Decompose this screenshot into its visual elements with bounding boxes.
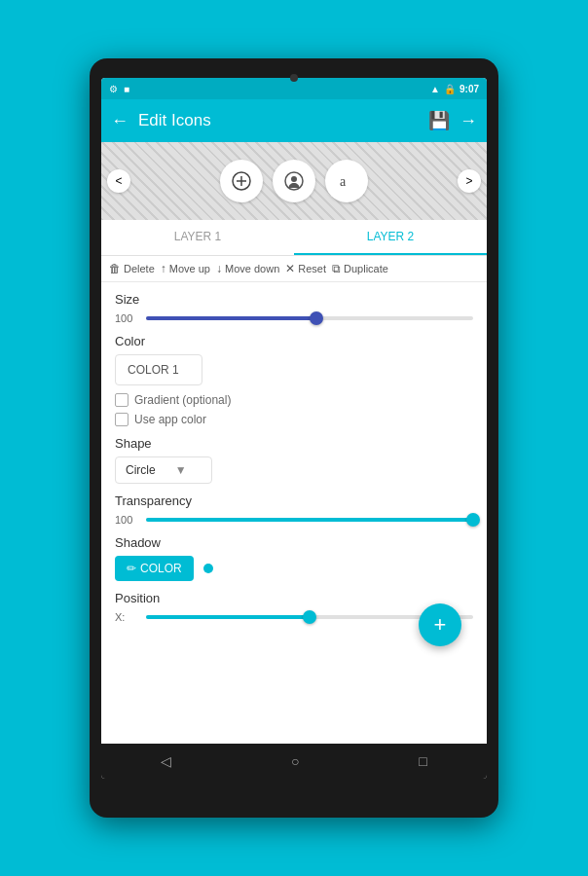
transparency-slider[interactable] (146, 518, 473, 522)
position-x-label: X: (115, 611, 138, 623)
size-slider-fill (146, 316, 316, 320)
screen: ⚙ ■ ▲ 🔒 9:07 ← Edit Icons 💾 → < (101, 78, 487, 779)
color1-button[interactable]: COLOR 1 (115, 354, 202, 385)
move-down-button[interactable]: ↓ Move down (216, 262, 279, 275)
svg-text:a: a (340, 174, 347, 189)
page-title: Edit Icons (138, 111, 419, 130)
move-down-icon: ↓ (216, 262, 222, 275)
gradient-checkbox[interactable] (115, 393, 129, 407)
position-x-slider-thumb[interactable] (303, 610, 316, 624)
lock-icon: 🔒 (444, 84, 456, 94)
reset-icon: ✕ (285, 262, 295, 275)
wifi-icon: ▲ (430, 84, 440, 94)
edit-toolbar: 🗑 Delete ↑ Move up ↓ Move down ✕ Reset ⧉… (101, 256, 487, 282)
transparency-label: Transparency (115, 493, 473, 508)
size-value: 100 (115, 312, 138, 324)
back-button[interactable]: ← (111, 111, 129, 131)
tablet: ⚙ ■ ▲ 🔒 9:07 ← Edit Icons 💾 → < (90, 58, 498, 818)
time: 9:07 (459, 84, 479, 94)
shape-select[interactable]: Circle ▼ (115, 456, 212, 484)
reset-button[interactable]: ✕ Reset (285, 262, 326, 275)
position-x-slider-fill (146, 615, 310, 619)
size-label: Size (115, 292, 473, 307)
back-nav-button[interactable]: ◁ (161, 753, 171, 769)
plus-icon: + (434, 612, 447, 638)
save-button[interactable]: 💾 (428, 110, 450, 131)
settings-icon: ⚙ (109, 84, 118, 94)
home-nav-button[interactable]: ○ (291, 753, 299, 769)
shape-select-row: Circle ▼ (115, 456, 473, 484)
move-up-icon: ↑ (161, 262, 166, 275)
transparency-slider-thumb[interactable] (466, 513, 480, 527)
content-area: Size 100 Color COLOR 1 Gradient (optiona… (101, 282, 487, 744)
shadow-color-button[interactable]: ✏ COLOR (115, 556, 194, 581)
transparency-slider-fill (146, 518, 473, 522)
transparency-value: 100 (115, 514, 138, 526)
chevron-down-icon: ▼ (175, 463, 187, 477)
top-bar: ← Edit Icons 💾 → (101, 99, 487, 142)
navigation-bar: ◁ ○ □ (101, 744, 487, 779)
size-slider[interactable] (146, 316, 473, 320)
tabs: LAYER 1 LAYER 2 (101, 220, 487, 256)
color-label: Color (115, 334, 473, 348)
svg-point-2 (291, 176, 297, 182)
delete-button[interactable]: 🗑 Delete (109, 262, 155, 275)
use-app-color-checkbox[interactable] (115, 413, 129, 426)
gradient-row: Gradient (optional) (115, 393, 473, 407)
next-button[interactable]: > (458, 169, 481, 193)
transparency-slider-row: 100 (115, 514, 473, 526)
shape-label: Shape (115, 436, 473, 451)
size-slider-thumb[interactable] (310, 311, 323, 325)
tab-layer2[interactable]: LAYER 2 (294, 220, 487, 255)
camera (290, 74, 298, 82)
size-slider-row: 100 (115, 312, 473, 324)
status-bar-left: ⚙ ■ (109, 84, 129, 94)
icon-preview: < a > (101, 142, 487, 220)
gradient-label: Gradient (optional) (134, 393, 231, 407)
shadow-label: Shadow (115, 535, 473, 550)
preview-icon-2[interactable] (273, 160, 315, 202)
prev-button[interactable]: < (107, 169, 130, 193)
fab-button[interactable]: + (419, 603, 461, 646)
shadow-row: ✏ COLOR (115, 556, 473, 581)
duplicate-icon: ⧉ (332, 262, 341, 275)
position-label: Position (115, 591, 473, 605)
use-app-color-row: Use app color (115, 413, 473, 426)
preview-icon-3[interactable]: a (325, 160, 368, 202)
recent-nav-button[interactable]: □ (419, 753, 426, 769)
use-app-color-label: Use app color (134, 413, 206, 426)
forward-button[interactable]: → (459, 111, 477, 131)
shape-value: Circle (126, 463, 156, 477)
discord-icon: ■ (124, 84, 129, 94)
preview-icon-1[interactable] (220, 160, 263, 202)
tab-layer1[interactable]: LAYER 1 (101, 220, 294, 255)
preview-icons: a (134, 160, 454, 202)
shadow-dot (203, 564, 213, 573)
delete-icon: 🗑 (109, 262, 121, 275)
move-up-button[interactable]: ↑ Move up (161, 262, 210, 275)
edit-icon: ✏ (127, 562, 136, 575)
status-bar-right: ▲ 🔒 9:07 (430, 84, 479, 94)
duplicate-button[interactable]: ⧉ Duplicate (332, 262, 388, 275)
